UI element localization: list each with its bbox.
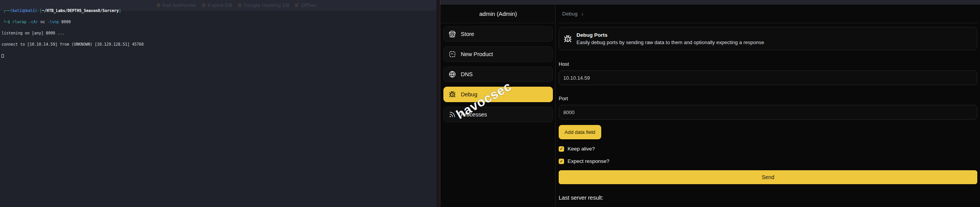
bug-icon bbox=[564, 35, 572, 43]
keep-alive-checkbox[interactable]: ✓ bbox=[559, 146, 564, 152]
prompt-frame: ┌──( bbox=[3, 9, 12, 13]
terminal-command-line: └─$ rlwrap -cAr nc -lvnp 8000 bbox=[2, 20, 435, 24]
prompt-path: ~/HTB_Labs/DEPTHS_Season8/Sorcery bbox=[42, 9, 119, 13]
keep-alive-label: Keep alive? bbox=[568, 146, 595, 152]
terminal-scrollbar-edge bbox=[436, 0, 439, 207]
screen: Kali NetHunter Exploit-DB Google Hacking… bbox=[0, 0, 980, 207]
command-option: -cAr bbox=[29, 20, 38, 24]
prompt-frame: ] bbox=[119, 9, 121, 13]
card-title: Debug Ports bbox=[576, 32, 764, 38]
port-input[interactable] bbox=[559, 105, 977, 120]
terminal-output: ┌──(kali㉿kali)-[~/HTB_Labs/DEPTHS_Season… bbox=[2, 2, 435, 65]
sidebar-item-label: Processes bbox=[461, 111, 487, 118]
card-description: Easily debug ports by sending raw data t… bbox=[576, 39, 764, 45]
storefront-icon bbox=[449, 31, 456, 38]
sidebar-item-debug[interactable]: Debug bbox=[443, 87, 553, 102]
sidebar: admin (Admin) Store bbox=[441, 5, 556, 207]
terminal-output-line: connect to [10.10.14.59] from (UNKNOWN) … bbox=[2, 43, 435, 46]
sidebar-item-label: Store bbox=[461, 31, 474, 37]
command-option: -lvnp bbox=[47, 20, 59, 24]
sidebar-item-label: New Product bbox=[461, 51, 493, 57]
host-input[interactable] bbox=[559, 70, 977, 85]
sidebar-items: Store New Product bbox=[441, 23, 555, 122]
command-argument: 8000 bbox=[62, 20, 71, 24]
sidebar-item-store[interactable]: Store bbox=[443, 26, 553, 42]
sidebar-item-label: Debug bbox=[461, 91, 477, 98]
command-text: nc bbox=[40, 20, 45, 24]
keep-alive-row: ✓ Keep alive? bbox=[559, 146, 977, 152]
rss-signal-icon bbox=[449, 111, 456, 118]
breadcrumb-debug[interactable]: Debug bbox=[562, 11, 578, 17]
main-content: Debug › Debug Ports Easily debug por bbox=[556, 5, 980, 207]
browser-window: admin (Admin) Store bbox=[440, 0, 980, 207]
command-text: rlwrap bbox=[12, 20, 26, 24]
prompt-symbol: └─$ bbox=[3, 20, 10, 24]
expect-response-row: ✓ Expect response? bbox=[559, 158, 977, 164]
check-icon: ✓ bbox=[560, 159, 563, 163]
expect-response-label: Expect response? bbox=[568, 158, 609, 164]
admin-panel: admin (Admin) Store bbox=[440, 5, 980, 207]
bug-icon bbox=[449, 91, 456, 98]
chevron-right-icon: › bbox=[582, 10, 583, 17]
new-product-icon bbox=[449, 51, 456, 58]
sidebar-user-header: admin (Admin) bbox=[441, 5, 555, 23]
sidebar-item-label: DNS bbox=[461, 71, 473, 77]
terminal-cursor-line bbox=[2, 53, 435, 57]
sidebar-item-dns[interactable]: DNS bbox=[443, 67, 553, 82]
globe-icon bbox=[449, 71, 456, 78]
debug-ports-card: Debug Ports Easily debug ports by sendin… bbox=[559, 27, 977, 50]
terminal-cursor bbox=[2, 54, 4, 58]
port-label: Port bbox=[559, 96, 977, 101]
breadcrumb-bar: Debug › bbox=[559, 5, 977, 23]
admin-user-label: admin (Admin) bbox=[479, 10, 517, 17]
expect-response-checkbox[interactable]: ✓ bbox=[559, 159, 564, 164]
add-data-field-button[interactable]: Add data field bbox=[559, 125, 601, 139]
prompt-frame: )-[ bbox=[35, 9, 42, 13]
host-label: Host bbox=[559, 61, 977, 67]
sidebar-item-new-product[interactable]: New Product bbox=[443, 46, 553, 62]
terminal-prompt-line1: ┌──(kali㉿kali)-[~/HTB_Labs/DEPTHS_Season… bbox=[2, 9, 435, 13]
terminal-window[interactable]: Kali NetHunter Exploit-DB Google Hacking… bbox=[0, 0, 439, 207]
sidebar-item-processes[interactable]: Processes bbox=[443, 107, 553, 122]
card-text: Debug Ports Easily debug ports by sendin… bbox=[576, 32, 764, 45]
browser-chrome-strip bbox=[440, 0, 980, 5]
check-icon: ✓ bbox=[560, 147, 563, 151]
prompt-user: kali㉿kali bbox=[12, 9, 35, 13]
last-server-result-label: Last server result: bbox=[559, 195, 977, 201]
terminal-output-line: listening on [any] 8000 ... bbox=[2, 31, 435, 35]
send-button[interactable]: Send bbox=[559, 170, 977, 184]
